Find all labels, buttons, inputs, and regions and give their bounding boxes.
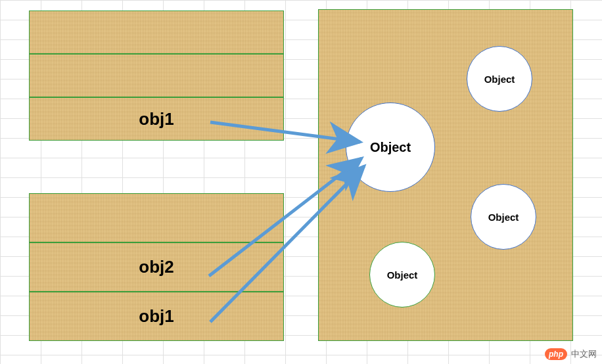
heap-object-main: Object [346,102,435,192]
heap-object-b: Object [369,242,435,307]
heap-object-r-label: Object [488,212,519,223]
watermark-text: 中文网 [571,348,597,360]
bottom-stack-row-2-label: obj1 [139,306,174,327]
top-stack-row-0 [29,11,284,54]
watermark-badge: php [545,348,567,360]
heap-object-main-label: Object [370,140,411,155]
bottom-stack-row-0 [29,193,284,242]
bottom-stack-row-1-label: obj2 [139,257,174,277]
bottom-stack-row-2: obj1 [29,292,284,341]
top-stack-row-2: obj1 [29,97,284,141]
heap-object-tr-label: Object [484,74,515,85]
heap-object-b-label: Object [387,269,418,281]
top-stack-row-2-label: obj1 [139,109,174,129]
top-stack-row-1 [29,54,284,97]
bottom-stack-row-1: obj2 [29,242,284,292]
heap-object-r: Object [471,184,536,250]
heap-object-tr: Object [467,46,532,112]
watermark: php 中文网 [545,348,597,360]
